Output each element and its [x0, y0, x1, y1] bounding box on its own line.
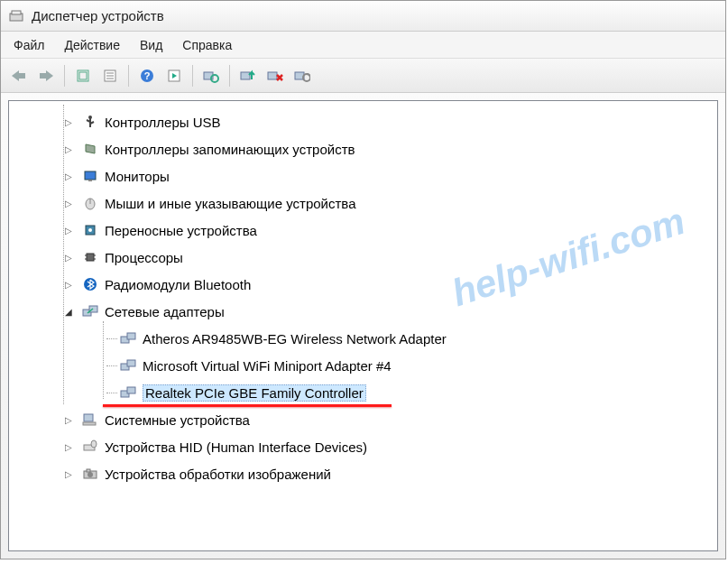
tree-label: Радиомодули Bluetooth [105, 277, 251, 292]
uninstall-device-button[interactable] [290, 63, 315, 88]
properties-button[interactable] [97, 63, 123, 88]
tree-label: Контроллеры запоминающих устройств [105, 142, 355, 157]
chevron-down-icon[interactable]: ◢ [63, 306, 74, 317]
tree-label: Мониторы [105, 169, 170, 184]
tree-node-monitors[interactable]: ▷ Мониторы [13, 162, 714, 190]
device-manager-window: Диспетчер устройств Файл Действие Вид Сп… [0, 0, 726, 559]
disable-device-button[interactable] [263, 63, 288, 88]
tree-label: Сетевые адаптеры [105, 304, 225, 319]
svg-rect-17 [268, 72, 277, 79]
back-button[interactable] [6, 63, 32, 88]
svg-rect-25 [88, 180, 92, 181]
tree-label: Atheros AR9485WB-EG Wireless Network Ada… [143, 331, 447, 347]
svg-rect-51 [87, 469, 90, 472]
menubar: Файл Действие Вид Справка [1, 32, 725, 59]
separator [192, 65, 193, 87]
svg-point-29 [88, 228, 92, 232]
tree-label: Realtek PCIe GBE Family Controller [143, 384, 366, 402]
menu-help[interactable]: Справка [182, 38, 232, 52]
svg-rect-16 [241, 72, 250, 79]
svg-rect-46 [83, 422, 96, 425]
separator [64, 65, 65, 87]
separator [229, 65, 230, 87]
netadapter-icon [119, 329, 137, 347]
forward-button[interactable] [33, 63, 59, 88]
tree-connector [106, 338, 117, 339]
help-button[interactable]: ? [134, 63, 160, 88]
usb-icon [81, 113, 99, 131]
svg-rect-24 [85, 171, 96, 180]
svg-rect-1 [12, 11, 21, 14]
tree-label: Переносные устройства [105, 223, 257, 238]
tree-node-atheros[interactable]: Atheros AR9485WB-EG Wireless Network Ada… [13, 325, 714, 352]
toolbar: ? [1, 59, 725, 93]
tree-label: Контроллеры USB [105, 115, 221, 130]
tree-node-ms-virtual-wifi[interactable]: Microsoft Virtual WiFi Miniport Adapter … [13, 352, 714, 379]
window-title: Диспетчер устройств [32, 8, 164, 23]
tree-node-mice[interactable]: ▷ Мыши и иные указывающие устройства [13, 190, 714, 217]
app-icon [8, 8, 24, 24]
netadapter-icon [119, 356, 137, 374]
menu-view[interactable]: Вид [140, 38, 162, 52]
menu-file[interactable]: Файл [14, 38, 44, 52]
chevron-right-icon[interactable]: ▷ [63, 171, 74, 181]
tree-label: Microsoft Virtual WiFi Miniport Adapter … [143, 358, 392, 374]
tree-connector [106, 365, 117, 366]
tree-node-usb[interactable]: ▷ Контроллеры USB [13, 108, 714, 135]
chevron-right-icon[interactable]: ▷ [63, 198, 74, 208]
chevron-right-icon[interactable]: ▷ [63, 225, 74, 236]
storage-icon [81, 140, 99, 158]
scan-hardware-button[interactable] [198, 63, 224, 88]
content-area: ▷ Контроллеры USB ▷ Контроллеры запомина… [1, 93, 725, 559]
portable-icon [81, 221, 99, 239]
network-icon [81, 302, 99, 320]
tree-node-imaging[interactable]: ▷ Устройства обработки изображений [13, 460, 714, 487]
netadapter-icon [119, 384, 137, 402]
tree-connector [106, 393, 117, 393]
chevron-right-icon[interactable]: ▷ [63, 143, 74, 154]
svg-text:?: ? [144, 70, 151, 81]
chevron-right-icon[interactable]: ▷ [63, 414, 74, 425]
system-icon [81, 411, 99, 429]
svg-rect-30 [87, 254, 94, 261]
chevron-right-icon[interactable]: ▷ [63, 252, 74, 263]
show-hidden-button[interactable] [70, 63, 96, 88]
tree-node-processors[interactable]: ▷ Процессоры [13, 244, 714, 271]
tree-node-portable[interactable]: ▷ Переносные устройства [13, 217, 714, 244]
imaging-icon [81, 465, 99, 483]
svg-rect-2 [18, 73, 25, 79]
tree-node-system-devices[interactable]: ▷ Системные устройства [13, 406, 714, 433]
svg-rect-3 [40, 73, 47, 79]
svg-rect-40 [127, 333, 135, 339]
svg-rect-45 [84, 414, 93, 421]
tree-label: Мыши и иные указывающие устройства [105, 196, 355, 211]
bluetooth-icon [81, 275, 99, 293]
mouse-icon [81, 194, 99, 212]
svg-rect-42 [127, 360, 135, 366]
svg-rect-44 [127, 387, 135, 393]
chevron-right-icon[interactable]: ▷ [63, 279, 74, 290]
tree-node-bluetooth[interactable]: ▷ Радиомодули Bluetooth [13, 271, 714, 298]
titlebar[interactable]: Диспетчер устройств [1, 1, 725, 32]
refresh-button[interactable] [161, 63, 187, 88]
chevron-right-icon[interactable]: ▷ [63, 116, 74, 127]
svg-point-50 [88, 472, 93, 477]
tree-label: Системные устройства [105, 412, 250, 428]
separator [128, 65, 129, 87]
chevron-right-icon[interactable]: ▷ [63, 468, 74, 479]
hid-icon [81, 438, 99, 456]
tree-node-realtek-gbe[interactable]: Realtek PCIe GBE Family Controller [13, 379, 714, 406]
tree-label: Процессоры [105, 250, 183, 265]
update-driver-button[interactable] [235, 63, 261, 88]
cpu-icon [81, 248, 99, 266]
tree-node-network-adapters[interactable]: ◢ Сетевые адаптеры [13, 298, 714, 325]
tree-node-hid[interactable]: ▷ Устройства HID (Human Interface Device… [13, 433, 714, 460]
tree-label: Устройства HID (Human Interface Devices) [105, 439, 367, 455]
svg-point-48 [91, 440, 97, 448]
device-tree[interactable]: ▷ Контроллеры USB ▷ Контроллеры запомина… [8, 100, 718, 551]
monitor-icon [81, 167, 99, 185]
tree-node-storage[interactable]: ▷ Контроллеры запоминающих устройств [13, 135, 714, 162]
chevron-right-icon[interactable]: ▷ [63, 441, 74, 452]
menu-action[interactable]: Действие [64, 38, 120, 52]
tree-label: Устройства обработки изображений [105, 467, 331, 482]
